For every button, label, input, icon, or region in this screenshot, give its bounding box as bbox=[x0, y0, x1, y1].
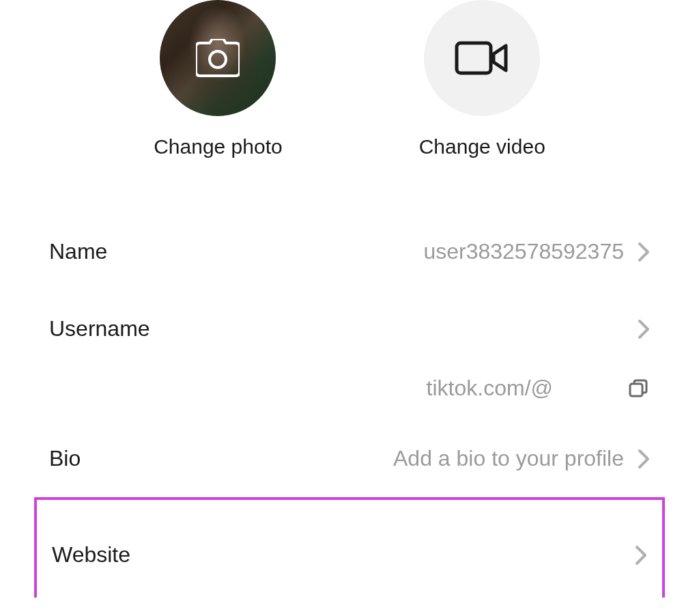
svg-rect-1 bbox=[457, 43, 491, 73]
profile-photo-avatar[interactable] bbox=[160, 0, 276, 116]
bio-placeholder: Add a bio to your profile bbox=[393, 446, 624, 471]
website-highlight: Website bbox=[34, 497, 665, 598]
video-camera-icon bbox=[455, 39, 509, 77]
name-value: user3832578592375 bbox=[423, 239, 624, 264]
name-label: Name bbox=[49, 239, 107, 264]
change-photo-item[interactable]: Change photo bbox=[154, 0, 283, 158]
name-row[interactable]: Name user3832578592375 bbox=[0, 213, 699, 290]
edit-profile-screen: Change photo Change video Name user38325… bbox=[0, 0, 699, 616]
username-label: Username bbox=[49, 316, 150, 341]
profile-video-avatar[interactable] bbox=[424, 0, 540, 116]
change-video-label: Change video bbox=[419, 135, 545, 158]
bio-row-right: Add a bio to your profile bbox=[393, 446, 650, 471]
bio-label: Bio bbox=[49, 446, 81, 471]
name-row-right: user3832578592375 bbox=[423, 239, 650, 264]
profile-link-row: tiktok.com/@ bbox=[0, 367, 699, 420]
username-row[interactable]: Username bbox=[0, 290, 699, 367]
profile-fields-list: Name user3832578592375 Username tiktok.c… bbox=[0, 186, 699, 598]
website-row-right bbox=[621, 545, 647, 565]
website-row[interactable]: Website bbox=[37, 512, 662, 598]
bio-row[interactable]: Bio Add a bio to your profile bbox=[0, 420, 699, 497]
svg-point-0 bbox=[210, 51, 226, 68]
camera-icon bbox=[196, 39, 240, 77]
media-options-row: Change photo Change video bbox=[0, 0, 699, 186]
change-video-item[interactable]: Change video bbox=[419, 0, 545, 158]
profile-link-text: tiktok.com/@ bbox=[427, 376, 553, 401]
website-label: Website bbox=[52, 542, 130, 568]
change-photo-label: Change photo bbox=[154, 135, 283, 158]
photo-overlay bbox=[160, 0, 276, 116]
chevron-right-icon bbox=[638, 242, 650, 262]
chevron-right-icon bbox=[638, 319, 650, 339]
chevron-right-icon bbox=[635, 545, 647, 565]
chevron-right-icon bbox=[638, 449, 650, 469]
copy-icon[interactable] bbox=[628, 378, 648, 399]
svg-rect-2 bbox=[630, 384, 642, 396]
username-row-right bbox=[624, 319, 650, 339]
